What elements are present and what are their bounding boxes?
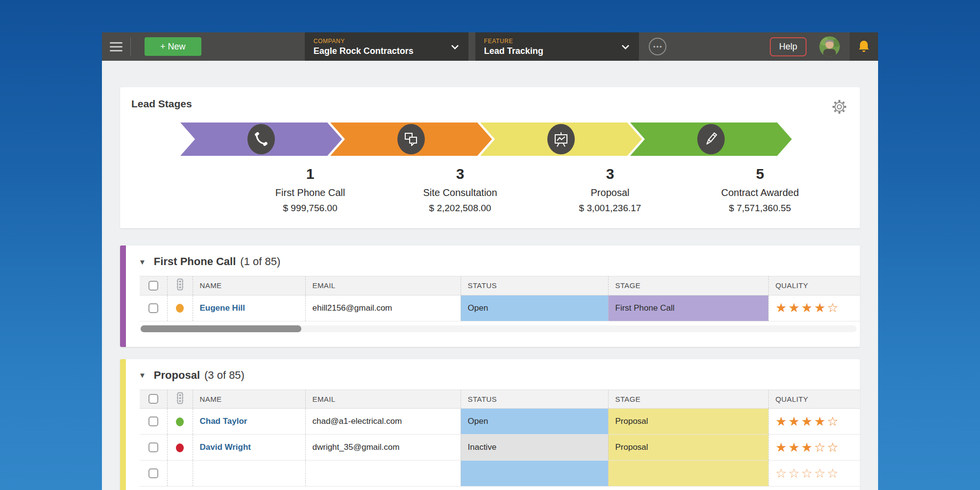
stage-label: Proposal <box>529 187 691 198</box>
stage-count: 3 <box>529 166 691 182</box>
column-header-email[interactable]: EMAIL <box>305 276 461 295</box>
navbar-divider <box>130 37 131 56</box>
feature-dropdown[interactable]: FEATURE Lead Tracking <box>475 32 639 61</box>
stage-amount: $ 999,756.00 <box>229 203 391 214</box>
row-checkbox[interactable] <box>148 303 158 313</box>
column-header-email[interactable]: EMAIL <box>305 390 461 409</box>
lead-status-dot <box>176 417 184 426</box>
lead-name-link[interactable]: Chad Taylor <box>200 416 247 426</box>
table-row: Eugene Hill ehill2156@gmail.com Open Fir… <box>140 295 860 321</box>
row-checkbox[interactable] <box>148 468 158 478</box>
lead-status-dot <box>176 469 184 478</box>
column-header-stage[interactable]: STAGE <box>608 276 768 295</box>
phone-icon <box>247 124 275 154</box>
scrollbar-thumb[interactable] <box>141 325 301 332</box>
select-all-checkbox[interactable] <box>148 394 158 404</box>
leads-table: NAME EMAIL STATUS STAGE QUALITY Chad Tay… <box>140 390 860 487</box>
traffic-light-header <box>167 276 193 295</box>
company-dropdown-label: COMPANY <box>314 38 447 45</box>
lead-status-cell <box>461 461 608 487</box>
feature-dropdown-value: Lead Tracking <box>484 46 618 56</box>
horizontal-scrollbar[interactable] <box>140 325 857 332</box>
column-header-status[interactable]: STATUS <box>461 390 608 409</box>
stage-label: Site Consultation <box>379 187 541 198</box>
traffic-light-header <box>167 390 193 409</box>
table-header-row: NAME EMAIL STATUS STAGE QUALITY <box>140 276 860 295</box>
page-content: Lead Stages <box>102 61 878 490</box>
company-dropdown[interactable]: COMPANY Eagle Rock Contractors <box>305 32 468 61</box>
lead-stages-title: Lead Stages <box>131 98 849 110</box>
table-row: ☆☆☆☆☆ <box>140 461 860 487</box>
collapse-triangle-icon[interactable]: ▼ <box>139 371 146 379</box>
chat-icon <box>397 124 425 154</box>
lead-stage-cell <box>608 461 768 487</box>
stage-count: 5 <box>679 166 841 182</box>
more-options-icon[interactable]: ••• <box>649 38 666 55</box>
lead-email: dwright_35@gmail.com <box>305 435 461 461</box>
stage-summary-site-consultation: 3 Site Consultation $ 2,202,508.00 <box>379 158 541 214</box>
bell-icon <box>858 40 870 53</box>
section-count: (3 of 85) <box>204 369 245 382</box>
column-header-quality[interactable]: QUALITY <box>768 390 860 409</box>
lead-name-link[interactable]: Eugene Hill <box>200 303 245 313</box>
stage-amount: $ 7,571,360.55 <box>679 203 841 214</box>
hamburger-menu-icon[interactable] <box>102 32 130 61</box>
table-row: Chad Taylor chad@a1-electrical.com Open … <box>140 409 860 435</box>
section-proposal: ▼ Proposal (3 of 85) <box>120 359 860 490</box>
new-button[interactable]: + New <box>145 37 201 56</box>
lead-stage-cell: Proposal <box>608 435 768 461</box>
stage-summaries: 1 First Phone Call $ 999,756.00 3 Site C… <box>180 158 849 213</box>
lead-name-link[interactable]: David Wright <box>200 442 251 452</box>
traffic-light-icon <box>176 278 184 291</box>
column-header-name[interactable]: NAME <box>193 390 305 409</box>
gear-icon[interactable] <box>832 99 847 117</box>
pen-icon <box>697 124 725 154</box>
quality-stars[interactable]: ★★★☆☆ <box>776 440 840 455</box>
table-row: David Wright dwright_35@gmail.com Inacti… <box>140 435 860 461</box>
traffic-light-icon <box>176 392 184 405</box>
section-title: First Phone Call <box>154 255 236 268</box>
quality-stars[interactable]: ☆☆☆☆☆ <box>776 466 840 481</box>
select-all-header[interactable] <box>140 390 167 409</box>
lead-status-cell: Inactive <box>461 435 608 461</box>
section-first-phone-call: ▼ First Phone Call (1 of 85) <box>120 245 860 347</box>
user-avatar[interactable] <box>819 36 840 57</box>
company-dropdown-value: Eagle Rock Contractors <box>314 46 447 56</box>
section-count: (1 of 85) <box>240 255 280 268</box>
chevron-down-icon <box>621 42 629 49</box>
row-checkbox[interactable] <box>148 416 158 426</box>
select-all-checkbox[interactable] <box>148 281 158 291</box>
lead-status-dot <box>176 443 184 452</box>
section-header: ▼ First Phone Call (1 of 85) <box>126 253 860 276</box>
section-title: Proposal <box>154 369 200 382</box>
stage-amount: $ 3,001,236.17 <box>529 203 691 214</box>
stage-summary-proposal: 3 Proposal $ 3,001,236.17 <box>529 158 691 214</box>
lead-stage-cell: First Phone Call <box>608 295 768 321</box>
help-button[interactable]: Help <box>770 37 807 56</box>
notifications-panel[interactable] <box>850 32 878 61</box>
collapse-triangle-icon[interactable]: ▼ <box>139 258 146 266</box>
section-accent-bar <box>120 245 126 347</box>
column-header-name[interactable]: NAME <box>193 276 305 295</box>
column-header-quality[interactable]: QUALITY <box>768 276 860 295</box>
quality-stars[interactable]: ★★★★☆ <box>776 414 840 429</box>
lead-stages-card: Lead Stages <box>120 87 860 228</box>
app-window: + New COMPANY Eagle Rock Contractors FEA… <box>102 32 878 490</box>
column-header-stage[interactable]: STAGE <box>608 390 768 409</box>
select-all-header[interactable] <box>140 276 167 295</box>
lead-status-cell: Open <box>461 295 608 321</box>
chevron-down-icon <box>451 42 459 49</box>
stage-amount: $ 2,202,508.00 <box>379 203 541 214</box>
lead-email: ehill2156@gmail.com <box>305 295 461 321</box>
column-header-status[interactable]: STATUS <box>461 276 608 295</box>
lead-email: chad@a1-electrical.com <box>305 409 461 435</box>
leads-table: NAME EMAIL STATUS STAGE QUALITY Eugene H… <box>140 276 860 321</box>
quality-stars[interactable]: ★★★★☆ <box>776 300 840 315</box>
stage-label: First Phone Call <box>229 187 391 198</box>
table-header-row: NAME EMAIL STATUS STAGE QUALITY <box>140 390 860 409</box>
stage-summary-first-phone-call: 1 First Phone Call $ 999,756.00 <box>229 158 391 214</box>
lead-stage-cell: Proposal <box>608 409 768 435</box>
row-checkbox[interactable] <box>148 442 158 452</box>
lead-status-dot <box>176 304 184 313</box>
lead-status-cell: Open <box>461 409 608 435</box>
